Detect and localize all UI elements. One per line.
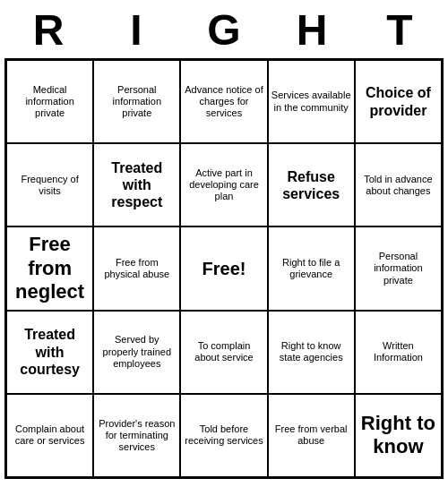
bingo-cell: Served by properly trained employees	[93, 311, 180, 394]
bingo-cell: Complain about care or services	[6, 394, 93, 477]
bingo-cell: Told before receiving services	[180, 394, 267, 477]
bingo-cell: Free from neglect	[6, 226, 93, 310]
bingo-cell: Free!	[180, 226, 267, 310]
bingo-title: RIGHT	[4, 0, 444, 58]
bingo-cell: Choice of provider	[355, 60, 442, 143]
bingo-cell: Refuse services	[268, 143, 355, 226]
bingo-cell: To complain about service	[180, 311, 267, 394]
title-letter: H	[271, 5, 352, 55]
bingo-cell: Told in advance about changes	[355, 143, 442, 226]
bingo-cell: Treated with courtesy	[6, 311, 93, 394]
bingo-cell: Right to know state agencies	[268, 311, 355, 394]
title-letter: T	[359, 5, 440, 55]
title-letter: R	[8, 5, 89, 55]
bingo-cell: Personal information private	[355, 226, 442, 310]
title-letter: G	[184, 5, 264, 55]
bingo-cell: Free from physical abuse	[93, 226, 180, 310]
bingo-grid: Medical information privatePersonal info…	[4, 58, 444, 479]
title-letter: I	[96, 5, 177, 55]
bingo-cell: Active part in developing care plan	[180, 143, 267, 226]
bingo-cell: Frequency of visits	[6, 143, 93, 226]
bingo-cell: Services available in the community	[268, 60, 355, 143]
bingo-cell: Medical information private	[6, 60, 93, 143]
bingo-cell: Personal information private	[93, 60, 180, 143]
bingo-cell: Right to file a grievance	[268, 226, 355, 310]
bingo-cell: Provider's reason for terminating servic…	[93, 394, 180, 477]
bingo-cell: Advance notice of charges for services	[180, 60, 267, 143]
bingo-cell: Written Information	[355, 311, 442, 394]
bingo-cell: Right to know	[355, 394, 442, 477]
bingo-cell: Free from verbal abuse	[268, 394, 355, 477]
bingo-cell: Treated with respect	[93, 143, 180, 226]
